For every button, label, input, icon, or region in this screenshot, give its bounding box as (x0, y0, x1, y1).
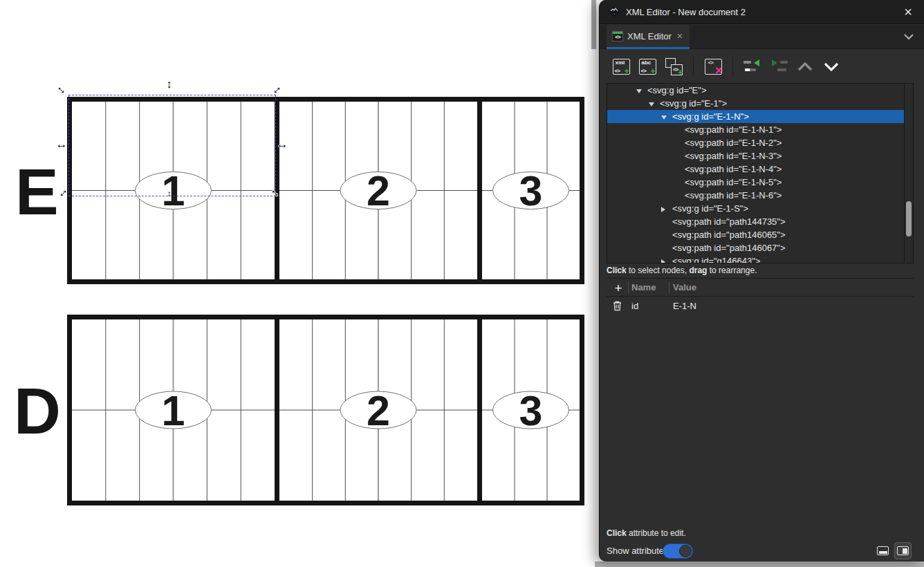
tree-node-path-e-1-n-2[interactable]: <svg:path id="E-1-N-2"> (607, 136, 913, 149)
unindent-node-icon (743, 59, 761, 73)
tab-xml-editor[interactable]: <> XML Editor × (607, 25, 690, 49)
expander-icon[interactable] (636, 84, 647, 97)
attribute-edit-hint: Click attribute to edit. (607, 528, 686, 538)
move-node-up-button[interactable] (794, 55, 816, 77)
add-attribute-button[interactable]: + (609, 279, 627, 297)
column-header-name: Name (631, 279, 656, 297)
expander-icon[interactable] (661, 254, 672, 263)
window-behind-strip (595, 561, 924, 567)
new-text-node-button[interactable]: abc <> + (636, 55, 658, 77)
tree-node-g-e[interactable]: <svg:g id="E"> (607, 84, 913, 97)
drawing-svg: 1 2 3 1 2 3 E D (0, 0, 599, 567)
tree-hint-text: Click to select nodes, drag to rearrange… (607, 263, 914, 277)
new-text-node-icon: abc <> + (639, 59, 656, 75)
tree-node-g-e-1-n[interactable]: <svg:g id="E-1-N"> (607, 110, 913, 123)
row-letter-d[interactable]: D (14, 375, 61, 447)
show-attributes-label: Show attributes (607, 546, 669, 556)
indent-node-button[interactable] (768, 55, 790, 77)
new-element-node-button[interactable]: xml <> + (610, 55, 632, 77)
ellipse-number[interactable]: 2 (367, 167, 390, 214)
layout-horizontal-icon (877, 546, 889, 555)
tree-node-g-e-1[interactable]: <svg:g id="E-1"> (607, 97, 913, 110)
tree-node-path-e-1-n-4[interactable]: <svg:path id="E-1-N-4"> (607, 162, 913, 176)
chevron-down-icon (824, 62, 839, 71)
attributes-header: + Name Value (607, 278, 914, 297)
inkscape-canvas[interactable]: 1 2 3 1 2 3 E D ↔ ↔ ↔ ↔ ↔ ↔ ↔ ↔ (0, 0, 599, 567)
toggle-knob (679, 545, 692, 557)
column-header-value: Value (673, 279, 696, 297)
tree-node-g-e-1-s[interactable]: <svg:g id="E-1-S"> (607, 202, 913, 215)
expander-icon[interactable] (661, 110, 672, 123)
delete-node-icon: <> × (705, 59, 722, 75)
selection-handle-w[interactable]: ↔ (55, 138, 68, 151)
show-attributes-toggle[interactable] (663, 543, 693, 559)
tree-node-path-e-1-n-1[interactable]: <svg:path id="E-1-N-1"> (607, 123, 913, 136)
expander-icon[interactable] (649, 97, 660, 110)
attribute-value[interactable]: E-1-N (673, 297, 696, 315)
unindent-node-button[interactable] (741, 55, 764, 77)
toolbar-separator (732, 57, 733, 76)
duplicate-node-button[interactable]: <> + (663, 55, 685, 77)
indent-node-icon (770, 59, 788, 73)
inkscape-logo-icon (608, 6, 620, 18)
layout-horizontal-button[interactable] (874, 542, 891, 559)
xml-editor-tab-icon: <> (612, 31, 623, 41)
dialog-title: XML Editor - New document 2 (626, 7, 746, 17)
tree-node-path-e-1-n-6[interactable]: <svg:path id="E-1-N-6"> (607, 189, 913, 202)
chevron-down-icon[interactable] (903, 33, 914, 40)
dialog-tabbar: <> XML Editor × (600, 25, 924, 49)
layout-vertical-icon (897, 546, 909, 555)
tree-node-path-146067[interactable]: <svg:path id="path146067"> (607, 241, 913, 254)
xml-node-tree[interactable]: <svg:g id="E"> <svg:g id="E-1"> <svg:g i… (607, 83, 914, 263)
xml-editor-dialog: XML Editor - New document 2 × <> XML Edi… (599, 0, 924, 561)
move-node-down-button[interactable] (820, 55, 842, 77)
tab-close-icon[interactable]: × (677, 30, 683, 41)
tree-scrollbar-thumb[interactable] (906, 201, 912, 236)
tree-scrollbar[interactable] (904, 84, 913, 263)
selection-handle-s[interactable]: ↔ (164, 187, 178, 201)
layout-vertical-button[interactable] (894, 542, 912, 559)
screen: 1 2 3 1 2 3 E D ↔ ↔ ↔ ↔ ↔ ↔ ↔ ↔ X (0, 0, 924, 567)
xml-toolbar: xml <> + abc <> + <> + (600, 50, 924, 83)
tree-node-path-146065[interactable]: <svg:path id="path146065"> (607, 228, 913, 241)
panel-footer: Show attributes (607, 543, 917, 560)
delete-attribute-icon[interactable] (612, 300, 622, 311)
tree-node-g-146643[interactable]: <svg:g id="g146643"> (607, 254, 913, 263)
tree-node-path-144735[interactable]: <svg:path id="path144735"> (607, 215, 913, 228)
window-behind-strip (591, 0, 596, 49)
ellipse-number[interactable]: 3 (519, 387, 543, 434)
attribute-name[interactable]: id (631, 297, 638, 315)
ellipse-number[interactable]: 2 (367, 387, 390, 434)
toolbar-separator (693, 57, 694, 76)
tree-node-path-e-1-n-3[interactable]: <svg:path id="E-1-N-3"> (607, 149, 913, 162)
tree-node-path-e-1-n-5[interactable]: <svg:path id="E-1-N-5"> (607, 176, 913, 189)
selection-handle-n[interactable]: ↔ (164, 78, 178, 92)
expander-icon[interactable] (661, 202, 672, 215)
ellipse-number[interactable]: 1 (162, 387, 185, 434)
ellipse-number[interactable]: 3 (519, 167, 543, 214)
delete-node-button[interactable]: <> × (702, 55, 724, 77)
selection-handle-e[interactable]: ↔ (275, 138, 289, 151)
attribute-row[interactable]: id E-1-N (607, 297, 914, 315)
new-element-node-icon: xml <> + (613, 59, 630, 75)
chevron-up-icon (797, 62, 813, 71)
dialog-titlebar[interactable]: XML Editor - New document 2 × (600, 0, 924, 24)
close-icon[interactable]: × (900, 4, 916, 20)
